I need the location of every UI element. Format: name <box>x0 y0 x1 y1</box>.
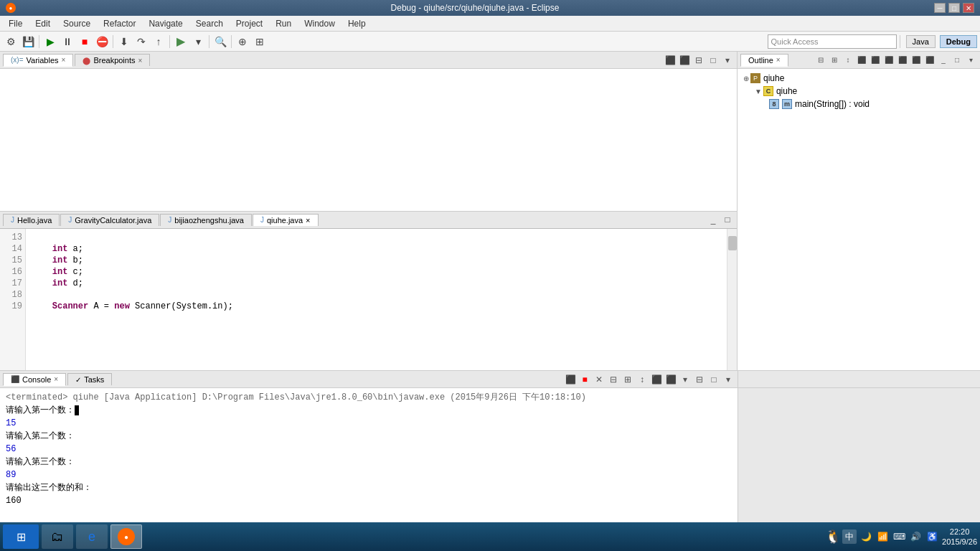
var-toolbar-view-menu[interactable]: ▾ <box>721 54 734 67</box>
menu-navigate[interactable]: Navigate <box>143 17 188 30</box>
code-content[interactable]: int a; int b; int c; int d; Scanner A = … <box>26 229 727 371</box>
console-btn5[interactable]: ⊞ <box>621 373 634 386</box>
tasks-icon: ✓ <box>75 376 81 384</box>
taskbar-ie[interactable]: e <box>76 524 108 549</box>
var-toolbar-collapse[interactable]: ⊟ <box>692 54 705 67</box>
menu-window[interactable]: Window <box>298 17 341 30</box>
outline-item-qiuhe-package[interactable]: ⊕ P qiuhe <box>740 72 977 85</box>
code-scrollbar[interactable] <box>727 229 737 371</box>
method-badge: 8 <box>769 99 779 109</box>
outline-btn9[interactable]: ⬛ <box>923 54 936 67</box>
outline-btn8[interactable]: ⬛ <box>910 54 923 67</box>
console-clear-btn[interactable]: ⬛ <box>564 373 577 386</box>
editor-toolbar-minimize[interactable]: _ <box>707 213 720 226</box>
taskbar-explorer[interactable]: 🗂 <box>42 524 73 549</box>
tab-bijiao[interactable]: J bijiaozhengshu.java <box>160 214 252 226</box>
tab-tasks[interactable]: ✓ Tasks <box>67 373 112 385</box>
tray-volume-icon[interactable]: 🔊 <box>908 529 923 544</box>
outline-btn7[interactable]: ⬛ <box>896 54 909 67</box>
var-toolbar-btn2[interactable]: ⬛ <box>678 54 691 67</box>
toolbar-step-into-btn[interactable]: ⬇ <box>116 34 132 50</box>
tab-console[interactable]: ⬛ Console × <box>3 373 66 386</box>
outline-btn5[interactable]: ⬛ <box>869 54 882 67</box>
tab-variables[interactable]: (x)= Variables × <box>3 54 73 67</box>
console-btn6[interactable]: ↕ <box>636 373 649 386</box>
perspective-java-btn[interactable]: Java <box>906 35 936 48</box>
tray-lang-icon[interactable]: 中 <box>842 529 857 544</box>
toolbar-misc-btn2[interactable]: ⊞ <box>252 34 268 50</box>
toolbar-misc-btn1[interactable]: ⊕ <box>235 34 250 50</box>
menu-run[interactable]: Run <box>270 17 297 30</box>
bijiao-java-icon: J <box>168 216 171 224</box>
var-toolbar-maximize[interactable]: □ <box>707 54 720 67</box>
outline-btn6[interactable]: ⬛ <box>882 54 895 67</box>
bottom-right-panel <box>738 371 980 532</box>
tab-qiuhe-java[interactable]: J qiuhe.java × <box>253 214 319 226</box>
outline-btn2[interactable]: ⊞ <box>828 54 841 67</box>
outline-item-qiuhe-class[interactable]: ▼ C qiuhe <box>740 85 977 98</box>
outline-content: ⊕ P qiuhe ▼ C qiuhe 8 m main(String[]) :… <box>738 69 980 370</box>
taskbar-eclipse[interactable]: ● <box>110 524 142 549</box>
console-terminate-btn[interactable]: ■ <box>578 373 591 386</box>
toolbar-suspend-btn[interactable]: ⏸ <box>60 34 75 50</box>
console-btn9[interactable]: ▾ <box>679 373 692 386</box>
code-line-13 <box>32 232 721 243</box>
console-btn8[interactable]: ⬛ <box>664 373 677 386</box>
outline-view-menu[interactable]: ▾ <box>964 54 977 67</box>
toolbar-save-btn[interactable]: 💾 <box>20 34 36 50</box>
menu-source[interactable]: Source <box>57 17 96 30</box>
menu-refactor[interactable]: Refactor <box>98 17 141 30</box>
console-close-icon[interactable]: × <box>54 375 58 383</box>
toolbar-new-btn[interactable]: ⚙ <box>3 34 19 50</box>
toolbar-step-return-btn[interactable]: ↑ <box>151 34 166 50</box>
quick-access-box[interactable]: Quick Access <box>768 34 897 49</box>
var-toolbar-btn1[interactable]: ⬛ <box>664 54 677 67</box>
minimize-button[interactable]: ─ <box>934 3 946 13</box>
tab-breakpoints[interactable]: ⬤ Breakpoints × <box>75 54 150 66</box>
tab-outline[interactable]: Outline × <box>740 54 788 67</box>
toolbar-search-btn[interactable]: 🔍 <box>212 34 228 50</box>
menu-search[interactable]: Search <box>190 17 229 30</box>
menu-edit[interactable]: Edit <box>29 17 56 30</box>
console-btn7[interactable]: ⬛ <box>650 373 663 386</box>
qiuhe-close-icon[interactable]: × <box>306 216 310 225</box>
taskbar-clock: 22:20 2015/9/26 <box>942 527 977 547</box>
bottom-right-tab-bar <box>738 371 980 388</box>
editor-toolbar-maximize[interactable]: □ <box>721 213 734 226</box>
tab-gravity-calculator[interactable]: J GravityCalculator.java <box>60 214 159 226</box>
toolbar-run-btn[interactable]: ▶ <box>173 34 189 50</box>
console-terminated-line: <terminated> qiuhe [Java Application] D:… <box>6 391 732 404</box>
toolbar-terminate-btn[interactable]: ■ <box>77 34 93 50</box>
outline-btn3[interactable]: ↕ <box>842 54 854 67</box>
console-btn10[interactable]: ⊟ <box>693 373 706 386</box>
console-content[interactable]: <terminated> qiuhe [Java Application] D:… <box>0 388 738 532</box>
toolbar-resume-btn[interactable]: ▶ <box>42 34 58 50</box>
toolbar-disconnect-btn[interactable]: ⛔ <box>94 34 110 50</box>
toolbar-step-over-btn[interactable]: ↷ <box>133 34 149 50</box>
outline-btn1[interactable]: ⊟ <box>814 54 827 67</box>
menu-project[interactable]: Project <box>230 17 268 30</box>
outline-item-main-method[interactable]: 8 m main(String[]) : void <box>740 98 977 110</box>
console-remove-btn[interactable]: ✕ <box>593 373 606 386</box>
close-button[interactable]: ✕ <box>963 3 974 13</box>
console-maximize[interactable]: □ <box>707 373 720 386</box>
outline-btn4[interactable]: ⬛ <box>855 54 868 67</box>
perspective-debug-btn[interactable]: Debug <box>940 35 977 48</box>
tab-hello-java[interactable]: J Hello.java <box>3 214 60 226</box>
maximize-button[interactable]: □ <box>948 3 960 13</box>
code-scrollbar-thumb[interactable] <box>728 236 737 250</box>
console-view-menu[interactable]: ▾ <box>722 373 735 386</box>
menu-file[interactable]: File <box>3 17 28 30</box>
var-tab-toolbar: ⬛ ⬛ ⊟ □ ▾ <box>664 54 734 67</box>
menu-help[interactable]: Help <box>342 17 372 30</box>
breakpoints-close-icon[interactable]: × <box>138 57 142 65</box>
breakpoints-label: Breakpoints <box>93 56 135 65</box>
console-btn4[interactable]: ⊟ <box>607 373 620 386</box>
console-line-2: 15 <box>6 417 732 430</box>
outline-close-icon[interactable]: × <box>776 56 781 64</box>
start-button[interactable]: ⊞ <box>3 524 39 549</box>
outline-minimize[interactable]: _ <box>937 54 950 67</box>
outline-maximize[interactable]: □ <box>951 54 963 67</box>
toolbar-run-dropdown-btn[interactable]: ▾ <box>190 34 206 50</box>
variables-close-icon[interactable]: × <box>62 56 66 64</box>
